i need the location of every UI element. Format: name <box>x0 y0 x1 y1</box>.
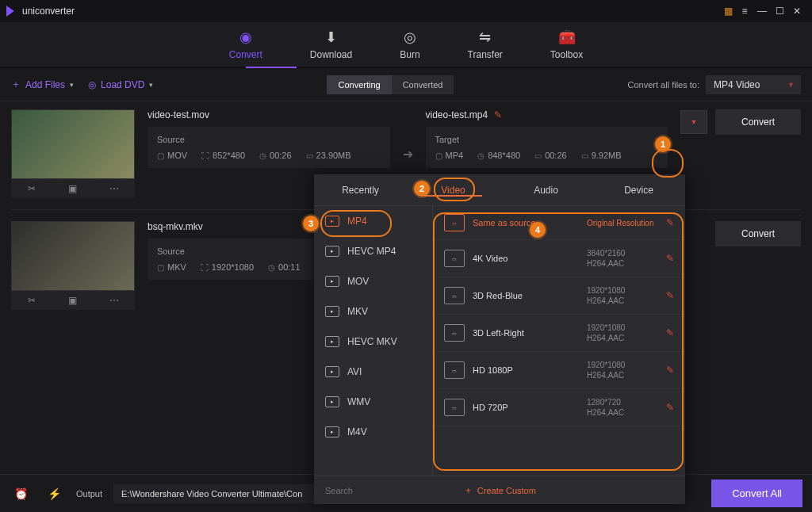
resolution-icon: ◷ <box>477 151 485 160</box>
video-thumbnail[interactable] <box>11 109 135 179</box>
resolution-icon: ⛶ <box>201 151 209 160</box>
preset-item[interactable]: ▭Same as sourceOriginal Resolution✎ <box>433 206 685 240</box>
format-box-icon: ▸ <box>325 396 339 407</box>
toolbox-icon: 🧰 <box>558 29 576 46</box>
effects-icon[interactable]: ⋯ <box>109 183 119 194</box>
format-popup: Recently Video Audio Device ▸MP4▸HEVC MP… <box>314 174 685 504</box>
popup-footer: Search ＋ Create Custom <box>314 476 685 504</box>
tab-recently[interactable]: Recently <box>314 185 407 196</box>
edit-icon[interactable]: ✎ <box>666 217 674 228</box>
clock-icon: ◷ <box>259 151 266 160</box>
folder-icon: ▭ <box>581 151 588 160</box>
maximize-icon[interactable]: ☐ <box>771 6 788 17</box>
edit-icon[interactable]: ✎ <box>666 365 674 376</box>
format-item-hevc-mkv[interactable]: ▸HEVC MKV <box>314 327 432 357</box>
add-files-label: Add Files <box>25 79 65 90</box>
tab-converted[interactable]: Converted <box>392 75 454 94</box>
preset-item[interactable]: ▭HD 1080P1920*1080H264,AAC✎ <box>433 352 685 389</box>
edit-icon[interactable]: ✎ <box>666 290 674 301</box>
close-icon[interactable]: ✕ <box>788 6 806 17</box>
format-box-icon: ▸ <box>325 426 339 437</box>
format-item-m4v[interactable]: ▸M4V <box>314 417 432 447</box>
format-box-icon: ▸ <box>325 246 339 257</box>
preset-item[interactable]: ▭4K Video3840*2160H264,AAC✎ <box>433 240 685 277</box>
format-item-avi[interactable]: ▸AVI <box>314 357 432 387</box>
preset-item[interactable]: ▭3D Red-Blue1920*1080H264,AAC✎ <box>433 277 685 315</box>
edit-icon[interactable]: ✎ <box>666 253 674 264</box>
nav-burn-label: Burn <box>400 49 419 60</box>
transfer-icon: ⇋ <box>479 29 491 46</box>
nav-convert-label: Convert <box>229 49 262 60</box>
nav-transfer[interactable]: ⇋ Transfer <box>468 29 503 60</box>
preset-icon: ▭ <box>444 361 465 379</box>
alarm-icon[interactable]: ⏰ <box>10 487 32 500</box>
preset-name: 4K Video <box>473 254 579 263</box>
burn-icon: ◎ <box>404 29 416 46</box>
trim-icon[interactable]: ✂ <box>28 183 36 194</box>
toolbar: ＋ Add Files ▾ ◎ Load DVD ▾ Converting Co… <box>0 68 812 101</box>
plus-icon: ＋ <box>464 484 473 496</box>
tab-device[interactable]: Device <box>592 185 685 196</box>
gpu-icon[interactable]: ⚡ <box>43 487 65 500</box>
preset-name: 3D Red-Blue <box>473 291 579 300</box>
format-label: AVI <box>347 366 362 377</box>
search-input[interactable]: Search <box>325 486 353 495</box>
target-container: MP4 <box>446 151 464 160</box>
target-duration: 00:26 <box>545 151 567 160</box>
format-item-mov[interactable]: ▸MOV <box>314 266 432 296</box>
source-duration: 00:26 <box>270 151 292 160</box>
edit-icon[interactable]: ✎ <box>666 327 674 338</box>
tab-audio[interactable]: Audio <box>500 185 592 196</box>
target-filename: video-test.mp4 <box>426 109 488 120</box>
convert-icon: ◉ <box>239 29 252 46</box>
nav-burn[interactable]: ◎ Burn <box>400 29 419 60</box>
gift-icon[interactable]: ▦ <box>724 6 733 17</box>
convert-button[interactable]: Convert <box>715 109 801 135</box>
source-panel: Source ▢MOV ⛶852*480 ◷00:26 ▭23.90MB <box>147 127 390 168</box>
add-files-button[interactable]: ＋ Add Files ▾ <box>11 78 74 91</box>
format-item-hevc-mp4[interactable]: ▸HEVC MP4 <box>314 236 432 266</box>
clock-icon: ▭ <box>534 151 542 160</box>
source-label: Source <box>157 135 381 144</box>
edit-icon[interactable]: ✎ <box>666 402 674 413</box>
trim-icon[interactable]: ✂ <box>28 295 36 306</box>
preset-icon: ▭ <box>444 250 465 267</box>
nav-toolbox[interactable]: 🧰 Toolbox <box>550 29 583 60</box>
output-label: Output <box>76 489 102 499</box>
format-item-mkv[interactable]: ▸MKV <box>314 296 432 327</box>
caret-down-icon: ▼ <box>691 118 698 126</box>
effects-icon[interactable]: ⋯ <box>109 295 119 306</box>
preset-sub: 3840*2160H264,AAC <box>587 248 658 269</box>
format-label: MOV <box>347 276 369 287</box>
format-box-icon: ▸ <box>325 336 339 347</box>
format-dropdown-button[interactable]: ▼ <box>680 110 707 134</box>
load-dvd-button[interactable]: ◎ Load DVD ▾ <box>88 79 153 90</box>
nav-convert[interactable]: ◉ Convert <box>229 29 262 60</box>
step-badge-4: 4 <box>530 222 546 238</box>
nav-download[interactable]: ⬇ Download <box>310 29 352 60</box>
video-thumbnail[interactable] <box>11 221 135 291</box>
source-resolution: 852*480 <box>213 151 245 160</box>
convert-button[interactable]: Convert <box>715 221 801 246</box>
menu-icon[interactable]: ≡ <box>736 6 753 17</box>
minimize-icon[interactable]: — <box>753 6 771 17</box>
edit-icon[interactable]: ✎ <box>494 109 502 120</box>
preset-item[interactable]: ▭3D Left-Right1920*1080H264,AAC✎ <box>433 315 685 352</box>
output-format-select[interactable]: MP4 Video ▼ <box>706 75 801 94</box>
create-custom-button[interactable]: ＋ Create Custom <box>464 484 536 496</box>
crop-icon[interactable]: ▣ <box>68 183 77 194</box>
preset-icon: ▭ <box>444 287 465 304</box>
output-path-field[interactable]: E:\Wondershare Video Converter Ultimate\… <box>113 484 335 503</box>
thumbnail-tools: ✂ ▣ ⋯ <box>11 291 135 310</box>
crop-icon[interactable]: ▣ <box>68 295 77 306</box>
target-size: 9.92MB <box>592 151 622 160</box>
format-item-wmv[interactable]: ▸WMV <box>314 387 432 417</box>
format-item-mp4[interactable]: ▸MP4 <box>314 206 432 236</box>
convert-all-button[interactable]: Convert All <box>711 480 802 507</box>
source-container: MKV <box>167 262 186 272</box>
load-dvd-label: Load DVD <box>101 79 144 90</box>
convert-all-to-label: Convert all files to: <box>628 80 699 90</box>
step-badge-1: 1 <box>655 136 671 152</box>
preset-item[interactable]: ▭HD 720P1280*720H264,AAC✎ <box>433 389 685 426</box>
tab-converting[interactable]: Converting <box>327 75 391 94</box>
